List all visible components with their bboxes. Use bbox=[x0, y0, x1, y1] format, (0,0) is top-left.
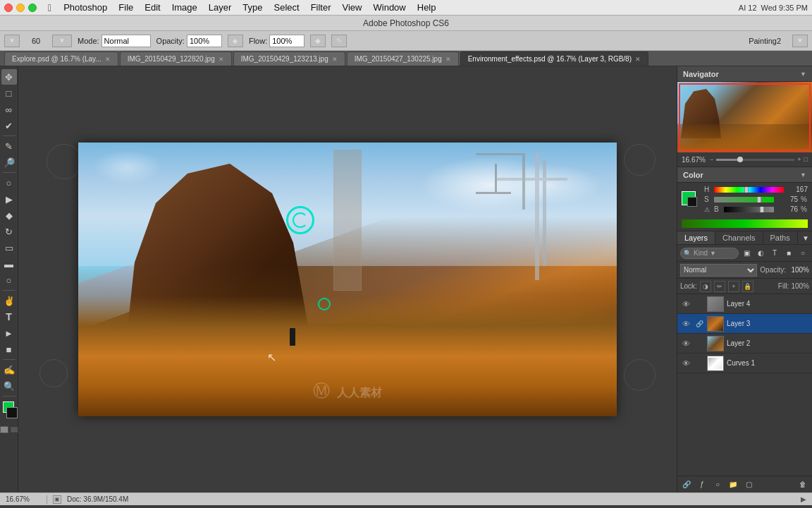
layer-visibility-toggle[interactable]: 👁 bbox=[680, 358, 691, 369]
zoom-expand-icon[interactable]: □ bbox=[804, 156, 808, 163]
tab-channels[interactable]: Channels bbox=[715, 231, 763, 244]
zoom-in-icon[interactable]: + bbox=[797, 156, 801, 163]
menu-select[interactable]: Select bbox=[269, 1, 304, 14]
status-arrow[interactable]: ▶ bbox=[801, 495, 806, 503]
filter-smart-icon[interactable]: ○ bbox=[796, 247, 809, 260]
color-gradient-bar[interactable] bbox=[682, 219, 808, 228]
lock-position-btn[interactable]: + bbox=[728, 281, 739, 292]
delete-layer-btn[interactable]: 🗑 bbox=[796, 478, 809, 491]
clone-tool[interactable]: ◆ bbox=[1, 207, 17, 223]
bri-slider[interactable] bbox=[724, 207, 774, 212]
flow-toggle-btn[interactable]: ◆ bbox=[310, 35, 326, 47]
layer-visibility-toggle[interactable]: 👁 bbox=[680, 298, 691, 310]
blend-mode-select[interactable]: Normal bbox=[680, 264, 757, 277]
lock-all-btn[interactable]: 🔒 bbox=[742, 281, 753, 292]
move-tool[interactable]: ✥ bbox=[1, 69, 17, 85]
quick-mask-mode[interactable] bbox=[10, 426, 18, 433]
eraser-tool[interactable]: ▭ bbox=[1, 240, 17, 255]
pen-tool[interactable]: ✌ bbox=[1, 293, 17, 308]
filter-adjust-icon[interactable]: ◐ bbox=[754, 247, 767, 260]
zoom-button[interactable] bbox=[28, 4, 37, 12]
tab-img2[interactable]: IMG_20150429_123213.jpg ✕ bbox=[233, 52, 345, 66]
tab-environment[interactable]: Environment_effects.psd @ 16.7% (Layer 3… bbox=[460, 52, 648, 66]
marquee-tool[interactable]: □ bbox=[1, 85, 17, 101]
layers-kind-filter[interactable]: 🔍 Kind ▼ bbox=[680, 248, 739, 259]
flow-input[interactable] bbox=[269, 35, 304, 47]
menu-type[interactable]: Type bbox=[238, 1, 267, 14]
hue-slider[interactable] bbox=[714, 187, 784, 193]
filter-pixel-icon[interactable]: ▣ bbox=[740, 247, 753, 260]
tab-layers[interactable]: Layers bbox=[677, 231, 715, 244]
lock-pixels-btn[interactable]: ✏ bbox=[714, 281, 725, 292]
type-tool[interactable]: T bbox=[1, 309, 17, 325]
lasso-tool[interactable]: ∞ bbox=[1, 102, 17, 117]
menu-image[interactable]: Image bbox=[167, 1, 202, 14]
background-color[interactable] bbox=[6, 407, 18, 418]
zoom-slider[interactable] bbox=[716, 159, 794, 161]
filter-shape-icon[interactable]: ■ bbox=[782, 247, 795, 260]
tab-close-icon[interactable]: ✕ bbox=[105, 56, 111, 63]
layer-visibility-toggle[interactable]: 👁 bbox=[680, 318, 691, 329]
tool-preset-btn[interactable]: ▼ bbox=[4, 35, 20, 47]
color-panel-arrow[interactable]: ▼ bbox=[800, 171, 806, 179]
navigator-arrow[interactable]: ▼ bbox=[800, 71, 806, 78]
lock-transparency-btn[interactable]: ◑ bbox=[700, 281, 711, 292]
layer-item[interactable]: 👁 Layer 2 bbox=[677, 334, 812, 353]
mode-input[interactable] bbox=[102, 35, 151, 47]
path-select-tool[interactable]: ► bbox=[1, 325, 17, 341]
layer-item[interactable]: 👁 🔗 Layer 3 bbox=[677, 314, 812, 334]
minimize-button[interactable] bbox=[16, 4, 25, 12]
hue-thumb[interactable] bbox=[744, 187, 749, 193]
crop-tool[interactable]: ✎ bbox=[1, 138, 17, 154]
menu-window[interactable]: Window bbox=[369, 1, 411, 14]
layer-item[interactable]: 👁 Layer 4 bbox=[677, 294, 812, 314]
tab-close-icon[interactable]: ✕ bbox=[635, 56, 641, 63]
color-swatches[interactable] bbox=[682, 191, 700, 210]
link-layers-btn[interactable]: 🔗 bbox=[680, 478, 693, 491]
menu-file[interactable]: File bbox=[113, 1, 138, 14]
tab-close-icon[interactable]: ✕ bbox=[219, 56, 224, 63]
tab-close-icon[interactable]: ✕ bbox=[445, 56, 451, 63]
menu-help[interactable]: Help bbox=[412, 1, 441, 14]
canvas-wrapper[interactable]: Ⓜ 人人素材 ↖ bbox=[78, 143, 617, 416]
layer-visibility-toggle[interactable]: 👁 bbox=[680, 338, 691, 349]
kind-dropdown-icon[interactable]: ▼ bbox=[710, 250, 716, 257]
gradient-tool[interactable]: ▬ bbox=[1, 256, 17, 272]
shape-tool[interactable]: ■ bbox=[1, 341, 17, 357]
add-style-btn[interactable]: ƒ bbox=[696, 478, 708, 491]
layer-item[interactable]: 👁 Curves 1 bbox=[677, 353, 812, 373]
sat-slider[interactable] bbox=[714, 197, 774, 202]
airbrush-btn[interactable]: ◆ bbox=[228, 35, 243, 47]
brush-tool[interactable]: ▶ bbox=[1, 191, 17, 207]
brush-picker-btn[interactable]: ▼ bbox=[52, 35, 72, 47]
tablet-btn[interactable]: ✎ bbox=[331, 35, 347, 47]
new-group-btn[interactable]: 📁 bbox=[727, 478, 739, 491]
zoom-thumb[interactable] bbox=[737, 157, 743, 162]
canvas-area[interactable]: Ⓜ 人人素材 ↖ bbox=[18, 66, 677, 492]
zoom-out-icon[interactable]: − bbox=[710, 156, 713, 163]
dodge-tool[interactable]: ○ bbox=[1, 272, 17, 288]
canvas-image[interactable]: Ⓜ 人人素材 ↖ bbox=[78, 143, 617, 416]
standard-mode[interactable] bbox=[0, 426, 8, 433]
bri-thumb[interactable] bbox=[760, 207, 764, 212]
add-mask-btn[interactable]: ○ bbox=[711, 478, 724, 491]
tab-paths[interactable]: Paths bbox=[763, 231, 798, 244]
spot-heal-tool[interactable]: ○ bbox=[1, 175, 17, 190]
opacity-input[interactable] bbox=[187, 35, 222, 47]
layers-panel-menu[interactable]: ▼ bbox=[799, 231, 812, 244]
tab-explore[interactable]: Explore.psd @ 16.7% (Lay... ✕ bbox=[4, 52, 118, 66]
menu-filter[interactable]: Filter bbox=[306, 1, 336, 14]
apple-menu[interactable]:  bbox=[42, 2, 57, 13]
workspace-menu[interactable]: ▼ bbox=[792, 35, 808, 47]
tab-close-icon[interactable]: ✕ bbox=[332, 56, 338, 63]
color-boxes[interactable] bbox=[1, 401, 18, 421]
bg-swatch[interactable] bbox=[687, 197, 697, 207]
nav-viewport-indicator[interactable] bbox=[679, 83, 811, 151]
history-brush-tool[interactable]: ↻ bbox=[1, 224, 17, 239]
menu-photoshop[interactable]: Photoshop bbox=[59, 1, 112, 14]
new-layer-btn[interactable]: ▢ bbox=[742, 478, 755, 491]
fill-value[interactable]: 100% bbox=[791, 282, 809, 290]
eyedropper-tool[interactable]: 🔎 bbox=[1, 155, 17, 170]
menu-layer[interactable]: Layer bbox=[204, 1, 237, 14]
filter-type-icon[interactable]: T bbox=[768, 247, 781, 260]
